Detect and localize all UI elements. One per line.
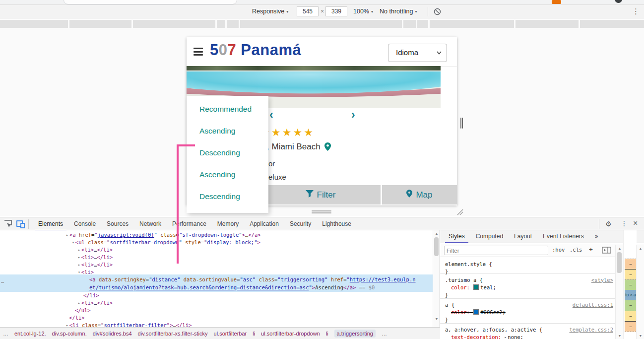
tab-security[interactable]: Security (284, 218, 317, 230)
sidebar-tab-event-listeners[interactable]: Event Listeners (537, 230, 589, 243)
block-icon[interactable] (434, 8, 441, 15)
dom-tree-line[interactable]: ▸<a href="javascript:void(0)" class="sf-… (0, 231, 433, 239)
media-query-segment[interactable] (240, 20, 402, 28)
css-rule-selector[interactable]: a { (445, 301, 454, 309)
media-query-segment[interactable] (133, 20, 215, 28)
viewport-width-input[interactable] (297, 6, 319, 16)
breadcrumb-item-li[interactable]: li (253, 331, 255, 337)
dom-tree-line[interactable]: ▸<li>…</li> (0, 246, 433, 254)
media-query-segment[interactable] (217, 20, 225, 28)
device-toolbar-icon[interactable] (16, 220, 25, 228)
breadcrumb-item-div-sortfilterbar-xs-filter-sticky[interactable]: div.sortfilterbar-xs.filter-sticky (138, 331, 208, 337)
stylesheet-link[interactable]: template.css:2 (569, 326, 613, 334)
hov-toggle[interactable]: :hov (552, 247, 565, 253)
dom-tree-line[interactable]: </li> (0, 292, 433, 299)
carousel-next-button[interactable]: › (351, 110, 355, 120)
media-query-segment[interactable] (69, 20, 131, 28)
tab-application[interactable]: Application (244, 218, 284, 230)
carousel-prev-button[interactable]: ‹ (269, 110, 273, 120)
computed-sidebar-toggle-icon[interactable] (602, 247, 611, 254)
extension-badge-icon[interactable] (552, 0, 561, 4)
filter-button[interactable]: Filter (260, 185, 381, 204)
close-icon[interactable]: × (633, 219, 638, 228)
stylesheet-link[interactable]: default.css:1 (573, 301, 613, 309)
collapsed-arrow-icon[interactable]: ▸ (78, 263, 80, 267)
media-query-segment[interactable] (515, 20, 579, 28)
breadcrumb-item-div-solidres-bs4[interactable]: div#solidres.bs4 (93, 331, 132, 337)
tab-memory[interactable]: Memory (212, 218, 244, 230)
expand-shorthand-icon[interactable]: ▸ (504, 335, 507, 339)
gear-icon[interactable]: ⚙ (605, 220, 612, 228)
tab-elements[interactable]: Elements (33, 218, 68, 230)
css-property[interactable]: color: teal; (451, 284, 496, 291)
media-query-segment[interactable] (403, 20, 416, 28)
css-property[interactable]: text-decoration: ▸none; (451, 334, 523, 339)
dom-tree-line[interactable]: ▸<li>…</li> (0, 261, 433, 269)
collapsed-arrow-icon[interactable]: ▸ (66, 233, 68, 237)
css-rule-selector[interactable]: element.style { (445, 261, 492, 268)
collapsed-arrow-icon[interactable]: ▸ (66, 323, 68, 327)
inspect-element-icon[interactable] (4, 220, 12, 228)
tab-console[interactable]: Console (68, 218, 101, 230)
breadcrumb-item-ent-col-lg-12-[interactable]: ent.col-lg-12. (14, 331, 46, 337)
dom-tree-line[interactable]: <a data-sortingkey="distance" data-sorti… (0, 276, 433, 283)
sort-option-ascending[interactable]: Ascending (187, 164, 268, 186)
stylesheet-link[interactable]: <style> (591, 276, 613, 284)
collapsed-arrow-icon[interactable]: ▸ (78, 255, 80, 260)
expanded-arrow-icon[interactable]: ▾ (72, 240, 74, 245)
css-property[interactable]: color: #006cc2; (451, 309, 506, 316)
map-pin-icon[interactable] (324, 142, 331, 151)
tab-sources[interactable]: Sources (101, 218, 134, 230)
color-swatch[interactable] (473, 309, 479, 315)
media-query-segment[interactable] (227, 20, 239, 28)
media-query-segment[interactable] (417, 20, 428, 28)
zoom-select[interactable]: 100%▾ (353, 8, 373, 15)
tab-performance[interactable]: Performance (167, 218, 212, 230)
collapsed-arrow-icon[interactable]: ▸ (78, 301, 80, 305)
breadcrumb-item-div-sp-column-[interactable]: div.sp-column. (52, 331, 87, 337)
toolbar-more-menu[interactable]: ⋮ (632, 7, 640, 16)
tab-network[interactable]: Network (134, 218, 167, 230)
dom-tree-line[interactable]: ▾<ul class="sortfilterbar-dropdown" styl… (0, 239, 433, 246)
throttling-select[interactable]: No throttling▾ (380, 8, 417, 15)
elements-scrollbar[interactable]: ▲ ▼ (433, 230, 440, 327)
dom-tree-line[interactable]: </ul> (0, 307, 433, 314)
sort-option-ascending[interactable]: Ascending (187, 120, 268, 142)
sidebar-tab-computed[interactable]: Computed (470, 230, 509, 243)
breadcrumb-item-a-triggersorting[interactable]: a.triggersorting (334, 330, 376, 338)
breadcrumb-item-li[interactable]: li (326, 331, 328, 337)
breadcrumb-item-ul-sortfilterbar[interactable]: ul.sortfilterbar (214, 331, 247, 337)
media-query-segment[interactable] (430, 20, 514, 28)
site-logo[interactable]: 507 Panamá (210, 41, 301, 59)
color-swatch[interactable] (473, 284, 479, 290)
sidebar-tab-styles[interactable]: Styles (443, 230, 470, 243)
sidebar-tab-layout[interactable]: Layout (509, 230, 537, 243)
dom-tree-line[interactable]: ▸<li>…</li> (0, 299, 433, 307)
breadcrumb-item-ul-sortfilterbar-dropdown[interactable]: ul.sortfilterbar-dropdown (261, 331, 320, 337)
responsive-mode-select[interactable]: Responsive▾ (252, 8, 288, 15)
tab-lighthouse[interactable]: Lighthouse (317, 218, 357, 230)
media-query-segment[interactable] (580, 20, 644, 28)
dom-tree-line[interactable]: </li> (0, 314, 433, 322)
collapsed-arrow-icon[interactable]: ▸ (78, 248, 80, 252)
styles-scrollbar[interactable]: ▲ ▼ (615, 245, 624, 339)
metrics-scrollbar[interactable]: ▲ ▼ (636, 245, 644, 339)
media-query-segment[interactable] (0, 20, 68, 28)
cls-toggle[interactable]: .cls (570, 247, 582, 253)
styles-filter-input[interactable] (444, 246, 548, 255)
sort-option-descending[interactable]: Descending (187, 142, 268, 164)
more-tabs-button[interactable]: » (589, 230, 604, 243)
language-select[interactable]: Idioma (388, 44, 447, 62)
css-rule-selector[interactable]: a, a:hover, a:focus, a:active { (445, 326, 542, 334)
corner-resize-handle[interactable] (455, 207, 463, 215)
dom-tree-line[interactable]: ▸<li>…</li> (0, 254, 433, 261)
breadcrumb-overflow-left[interactable]: … (3, 331, 8, 337)
sort-option-descending[interactable]: Descending (187, 186, 268, 207)
hamburger-menu-icon[interactable] (193, 48, 203, 58)
avatar[interactable] (615, 0, 622, 3)
dom-tree-line[interactable]: et/turismo/alojamiento?task=hub.search&o… (0, 284, 433, 291)
css-rule-selector[interactable]: .turismo a { (445, 276, 483, 284)
breadcrumb-overflow-right[interactable]: … (382, 331, 387, 337)
expanded-arrow-icon[interactable]: ▾ (78, 270, 80, 274)
dom-tree-line[interactable]: ▸<li class="sortfilterbar-filter">…</li> (0, 322, 433, 327)
